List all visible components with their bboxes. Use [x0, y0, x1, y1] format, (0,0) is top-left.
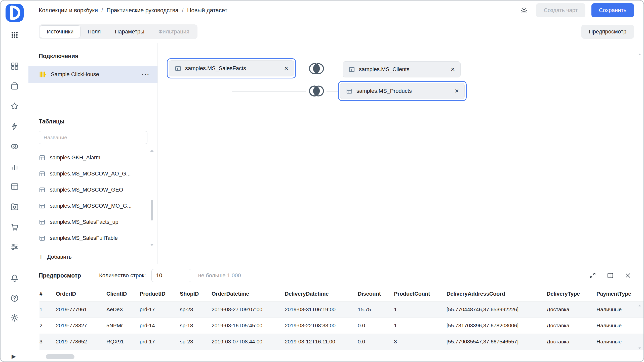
- cell: 2019-778327: [56, 318, 106, 334]
- column-header[interactable]: ProductID: [140, 287, 180, 301]
- nav-storage[interactable]: [9, 201, 21, 213]
- remove-node-icon[interactable]: ×: [279, 65, 288, 72]
- expand-preview-button[interactable]: [587, 269, 599, 282]
- apps-grid-button[interactable]: [9, 29, 21, 41]
- datalens-logo[interactable]: [6, 4, 24, 22]
- table-name: samples.MS_SalesFacts_up: [50, 219, 118, 225]
- table-search-input[interactable]: [39, 131, 147, 144]
- nav-tables[interactable]: [9, 180, 21, 193]
- notifications-button[interactable]: [9, 272, 21, 284]
- list-item-table[interactable]: samples.MS_SalesFacts_up: [28, 214, 157, 230]
- cell: 15.75: [358, 301, 394, 318]
- row-count-input[interactable]: [151, 269, 191, 282]
- remove-node-icon[interactable]: ×: [446, 66, 455, 73]
- table-icon: [39, 203, 46, 209]
- preview-scroll-down-icon[interactable]: [638, 347, 641, 349]
- scroll-up-icon[interactable]: [150, 150, 154, 152]
- left-rail: [1, 1, 28, 352]
- nav-workbooks[interactable]: [9, 80, 21, 92]
- folder-icon: [10, 202, 19, 211]
- column-header[interactable]: ProductCount: [394, 287, 447, 301]
- node-sales-facts-selected[interactable]: samples.MS_SalesFacts ×: [167, 58, 296, 78]
- close-preview-button[interactable]: [622, 269, 634, 282]
- remove-node-icon[interactable]: ×: [450, 87, 459, 95]
- nav-charts[interactable]: [9, 160, 21, 172]
- column-header[interactable]: ClientID: [106, 287, 140, 301]
- join-edge: [232, 80, 232, 91]
- nav-dashboards[interactable]: [9, 60, 21, 72]
- column-header[interactable]: #: [39, 287, 56, 301]
- list-item-table[interactable]: samples.MS_SalesFullTable: [28, 230, 157, 246]
- node-label: samples.MS_Clients: [359, 66, 410, 73]
- cell: 3: [394, 334, 447, 350]
- list-item-table[interactable]: samples.MS_MOSCOW_AO_G...: [28, 166, 157, 182]
- nav-favorites[interactable]: [9, 100, 21, 112]
- tab-parameters[interactable]: Параметры: [108, 25, 151, 38]
- nav-connections[interactable]: [9, 120, 21, 132]
- dashboards-icon: [10, 62, 19, 71]
- preview-toolbar: Предпросмотр Количество строк: не больше…: [28, 264, 643, 287]
- column-header[interactable]: ShopID: [180, 287, 212, 301]
- table-icon: [346, 88, 353, 95]
- preview-toggle-button[interactable]: Предпросмотр: [581, 25, 634, 39]
- nav-services[interactable]: [9, 241, 21, 253]
- save-button[interactable]: Сохранить: [591, 3, 634, 17]
- column-header[interactable]: DeliveryAddressCoord: [447, 287, 547, 301]
- join-type-button[interactable]: [306, 84, 327, 98]
- preview-table-viewport[interactable]: # OrderID ClientID ProductID ShopID Orde…: [28, 287, 643, 352]
- join-canvas[interactable]: samples.MS_SalesFacts × samples: [158, 43, 643, 264]
- nav-marketplace[interactable]: [9, 221, 21, 233]
- column-header[interactable]: DeliveryDatetime: [285, 287, 358, 301]
- close-icon: [624, 272, 631, 279]
- cell: 1: [394, 301, 447, 318]
- node-products-selected[interactable]: samples.MS_Products ×: [338, 81, 467, 101]
- table-node[interactable]: samples.MS_SalesFacts ×: [169, 60, 294, 76]
- cell: 1: [394, 318, 447, 334]
- breadcrumb-item-guides[interactable]: Практические руководства: [106, 7, 178, 14]
- help-icon: [10, 294, 19, 303]
- scroll-down-icon[interactable]: [150, 244, 154, 246]
- canvas-scroll-up-icon[interactable]: [638, 54, 641, 55]
- column-header[interactable]: Discount: [358, 287, 394, 301]
- preview-scroll-up-icon[interactable]: [638, 305, 641, 306]
- table-name: samples.GKH_Alarm: [50, 155, 100, 161]
- cell: Доставка: [547, 318, 596, 334]
- rail-settings-button[interactable]: [9, 312, 21, 324]
- column-header[interactable]: PaymentType: [596, 287, 643, 301]
- cell: prd-17: [140, 301, 180, 318]
- tables-list: samples.GKH_Alarm samples.MS_MOSCOW_AO_G…: [28, 150, 157, 246]
- preview-layout-button[interactable]: [604, 269, 616, 282]
- breadcrumb-item-collections[interactable]: Коллекции и воркбуки: [39, 7, 98, 14]
- column-header[interactable]: OrderID: [56, 287, 106, 301]
- breadcrumb-item-current: Новый датасет: [187, 7, 227, 14]
- connection-more-icon[interactable]: ⋯: [141, 70, 149, 78]
- tables-scrollbar[interactable]: [150, 150, 154, 246]
- help-button[interactable]: [9, 292, 21, 304]
- collapse-panel-icon[interactable]: ▶: [12, 353, 16, 360]
- tab-fields[interactable]: Поля: [80, 25, 108, 38]
- list-item-table[interactable]: samples.MS_MOSCOW_GEO: [28, 182, 157, 198]
- cell: prd-17: [140, 334, 180, 350]
- table-node[interactable]: samples.MS_Products ×: [340, 83, 465, 99]
- scrollbar-thumb[interactable]: [151, 200, 153, 220]
- add-table-button[interactable]: + Добавить: [39, 253, 157, 261]
- breadcrumb-separator: /: [101, 7, 103, 14]
- node-clients[interactable]: samples.MS_Clients ×: [343, 61, 461, 77]
- join-type-button[interactable]: [306, 61, 327, 76]
- nav-datasets[interactable]: [9, 140, 21, 152]
- dataset-settings-button[interactable]: [518, 4, 530, 16]
- cell: [55.779085547,37.667546557]: [447, 334, 547, 350]
- horizontal-scrollbar-thumb[interactable]: [46, 354, 74, 359]
- list-item-table[interactable]: samples.GKH_Alarm: [28, 150, 157, 166]
- list-item-table[interactable]: samples.MS_MOSCOW_MO_G...: [28, 198, 157, 214]
- column-header[interactable]: DeliveryType: [547, 287, 596, 301]
- column-header[interactable]: OrderDatetime: [212, 287, 285, 301]
- breadcrumb-separator: /: [182, 7, 183, 14]
- create-chart-button[interactable]: Создать чарт: [536, 3, 585, 17]
- cell: 2019-03-07T08:44:00: [212, 334, 285, 350]
- connection-name: Sample ClickHouse: [51, 71, 99, 78]
- table-name: samples.MS_SalesFullTable: [50, 235, 118, 241]
- breadcrumb: Коллекции и воркбуки / Практические руко…: [39, 7, 227, 14]
- connection-item[interactable]: Sample ClickHouse ⋯: [28, 66, 157, 83]
- tab-sources[interactable]: Источники: [40, 25, 80, 38]
